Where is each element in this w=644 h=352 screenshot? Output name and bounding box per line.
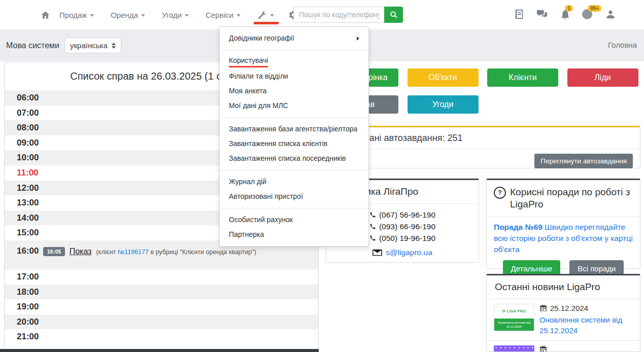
menu-item-Довідники географії[interactable]: Довідники географії	[220, 31, 368, 46]
quick-button-Угоди[interactable]: Угоди	[408, 95, 479, 114]
menu-item-Завантаження списка клієнтів[interactable]: Завантаження списка клієнтів	[220, 136, 368, 151]
contacts-book-button[interactable]	[514, 7, 526, 20]
menu-item-Мої дані для МЛС[interactable]: Мої дані для МЛС	[220, 98, 368, 113]
dropdown-group: КористувачіФіліали та відділиМоя анкетаМ…	[220, 50, 368, 117]
menu-item-label: Журнал дій	[229, 174, 266, 189]
menu-item-Користувачі[interactable]: Користувачі	[220, 54, 368, 69]
chevron-down-icon	[90, 14, 94, 17]
nav-menu-Продаж[interactable]: Продаж	[59, 11, 94, 19]
support-phone-number: (067) 56-96-190	[379, 209, 435, 221]
schedule-row[interactable]: 19:00	[5, 299, 318, 314]
home-button[interactable]	[41, 10, 50, 20]
dropdown-group: Журнал дійАвторизовані пристрої	[220, 170, 368, 208]
search-input[interactable]	[293, 7, 384, 23]
nav-menu-label: Продаж	[59, 11, 87, 19]
home-icon	[41, 10, 50, 20]
schedule-row[interactable]: 20:00	[5, 314, 318, 330]
address-book-icon	[514, 9, 525, 20]
phone-icon	[369, 212, 376, 218]
schedule-row[interactable]: 21:00	[5, 329, 318, 344]
support-phone-number: (050) 19-96-190	[379, 232, 435, 244]
menu-item-Особистий рахунок[interactable]: Особистий рахунок	[220, 213, 368, 227]
chat-bubbles-icon	[536, 9, 548, 20]
chevron-down-icon	[270, 14, 274, 17]
schedule-row[interactable]: 18:00	[5, 285, 318, 300]
nav-menu-Сервіси[interactable]: Сервіси	[206, 11, 241, 19]
event-detail: (клієнт №1196177 в рубриці "Клієнти орен…	[96, 249, 256, 256]
news-date: 25.12.2024	[539, 304, 633, 312]
updown-arrows-icon	[112, 43, 116, 49]
dropdown-group: Довідники географії	[220, 27, 368, 50]
nav-menu-label: Угоди	[162, 11, 182, 19]
schedule-row[interactable]: 17:00	[5, 269, 318, 285]
news-item	[487, 341, 640, 352]
tips-panel: ? Корисні поради по роботі з LigaPro Пор…	[486, 179, 640, 269]
menu-item-label: Моя анкета	[229, 84, 266, 98]
person-icon	[605, 9, 616, 20]
chevron-down-icon	[185, 14, 189, 17]
view-autotasks-button[interactable]: Переглянути автозавдання	[534, 154, 633, 168]
messages-button[interactable]	[536, 7, 549, 20]
nav-menu-label: Сервіси	[206, 11, 233, 19]
menu-item-label: Завантаження бази агентства/ріелтора	[229, 122, 357, 136]
chat-counter-button[interactable]: 99+	[582, 7, 594, 20]
language-select[interactable]: українська	[64, 38, 121, 53]
wrench-icon	[257, 10, 267, 20]
news-thumbnail[interactable]: ⟳ LIGA PROОновлення системи від 25.12.20…	[494, 304, 534, 331]
menu-item-Філіали та відділи[interactable]: Філіали та відділи	[220, 69, 368, 84]
nav-menu-Угоди[interactable]: Угоди	[162, 11, 189, 19]
tip-number: Порада №69	[494, 223, 543, 231]
menu-item-label: Довідники географії	[229, 31, 294, 46]
news-date	[539, 345, 633, 352]
search-button[interactable]	[384, 7, 403, 23]
menu-item-label: Користувачі	[229, 56, 268, 67]
news-article-link[interactable]: Оновлення системи від 25.12.2024	[539, 314, 633, 336]
autotasks-title: Невиконані автозавдання: 251	[325, 127, 640, 150]
news-title: Останні новини LigaPro	[487, 275, 640, 299]
notification-badge: 1	[565, 5, 573, 12]
menu-item-Моя анкета[interactable]: Моя анкета	[220, 84, 368, 98]
menu-item-Завантаження списка посередників[interactable]: Завантаження списка посередників	[220, 151, 368, 166]
breadcrumb[interactable]: Головна	[608, 41, 637, 49]
support-email-link[interactable]: s@ligapro.ua	[386, 248, 432, 257]
schedule-footer-bar	[0, 349, 319, 352]
menu-item-Журнал дій[interactable]: Журнал дій	[220, 174, 368, 189]
news-thumb-logo: ⟳ LIGA PRO	[494, 304, 534, 319]
language-select-value: українська	[70, 41, 108, 50]
autotasks-panel: Невиконані автозавдання: 251 Переглянути…	[325, 126, 640, 168]
news-panel: Останні новини LigaPro ⟳ LIGA PROОновлен…	[486, 274, 640, 352]
chevron-down-icon	[141, 14, 145, 17]
event-time-badge: 16:05	[43, 247, 64, 256]
menu-item-Завантаження бази агентства/ріелтора[interactable]: Завантаження бази агентства/ріелтора	[220, 122, 368, 136]
news-date-text: 25.12.2024	[550, 304, 588, 312]
tools-menu-button[interactable]	[257, 10, 274, 20]
envelope-icon	[372, 249, 382, 256]
active-menu-underline	[254, 22, 279, 24]
language-label: Мова системи	[6, 41, 59, 50]
dropdown-group: Завантаження бази агентства/ріелтораЗава…	[220, 117, 368, 170]
nav-menu-label: Оренда	[111, 11, 138, 19]
nav-menu-Оренда[interactable]: Оренда	[111, 11, 145, 19]
notifications-button[interactable]: 1	[559, 7, 571, 20]
quick-buttons-row-1: Моя сторінкаОб'єктиКлієнтиЛіди	[327, 68, 638, 87]
quick-button-Клієнти[interactable]: Клієнти	[487, 68, 558, 87]
menu-item-Авторизовані пристрої[interactable]: Авторизовані пристрої	[220, 189, 368, 204]
dropdown-group: Особистий рахунокПартнерка	[220, 208, 368, 246]
support-phone-number: (093) 66-96-190	[379, 221, 435, 232]
search-icon	[390, 11, 398, 19]
profile-button[interactable]	[605, 7, 617, 20]
event-title-link[interactable]: Показ	[70, 247, 92, 256]
chevron-down-icon	[236, 14, 241, 17]
top-navbar: ПродажОрендаУгодиСервіси ?	[0, 0, 644, 30]
client-number-link[interactable]: №1196177	[118, 249, 149, 256]
quick-button-Об'єкти[interactable]: Об'єкти	[408, 68, 479, 87]
search-bar	[293, 7, 403, 23]
news-item: ⟳ LIGA PROОновлення системи від 25.12.20…	[487, 299, 640, 341]
messages-badge: 99+	[588, 5, 601, 12]
menu-item-Партнерка[interactable]: Партнерка	[220, 227, 368, 242]
tip-text: Порада №69 Швидко переглядайте всю істор…	[487, 217, 640, 255]
news-meta: 25.12.2024Оновлення системи від 25.12.20…	[539, 304, 633, 336]
ligapro-home-page: ПродажОрендаУгодиСервіси ?	[0, 0, 644, 352]
news-thumbnail[interactable]	[494, 345, 534, 352]
quick-button-Ліди[interactable]: Ліди	[567, 68, 638, 87]
